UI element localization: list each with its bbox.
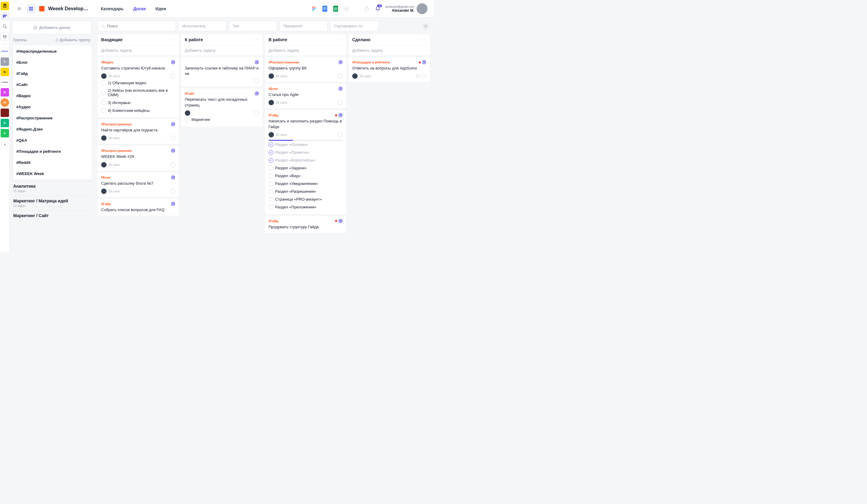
filter-type[interactable]: Тип: [229, 21, 277, 31]
board-settings-icon[interactable]: [421, 22, 430, 30]
column-title: К работе: [185, 37, 203, 42]
svg-point-15: [314, 8, 316, 10]
notifications-icon[interactable]: 13: [374, 5, 382, 12]
workspace-title[interactable]: Weeek Develop…: [48, 6, 88, 11]
svg-point-37: [101, 24, 104, 27]
sidebar-group-item[interactable]: #Нераспределенные: [12, 46, 92, 57]
tab-boards[interactable]: Доски: [130, 6, 149, 11]
subtask-item[interactable]: 4) Клиентские кейцйсы: [101, 107, 175, 114]
search-icon[interactable]: [1, 22, 9, 31]
sidebar-board-item[interactable]: Маркетинг / Матрица идей13 задач: [12, 196, 92, 210]
add-workspace-icon[interactable]: [1, 141, 8, 148]
archive-icon[interactable]: [1, 32, 9, 41]
tab-calendar[interactable]: Календарь: [98, 6, 127, 11]
subtask-item[interactable]: Раздел «Воркспейсы»: [268, 156, 343, 164]
search-input[interactable]: [107, 24, 172, 28]
add-group-button[interactable]: Добавить группу: [55, 38, 90, 42]
sidebar-group-item[interactable]: #Видео: [12, 90, 92, 101]
sidebar: Добавить доску Группы Добавить группу #Н…: [10, 18, 94, 252]
subtask-item[interactable]: 2) Кейсы (как использовать вик в СММ): [101, 87, 175, 99]
column-menu-icon[interactable]: ⋯: [255, 37, 259, 42]
task-card[interactable]: #ГайдСобрать список вопросов для FAQ: [98, 199, 179, 216]
subtask-item[interactable]: Раздел «Приложения»: [268, 203, 343, 211]
sidebar-group-item[interactable]: #Q&A: [12, 135, 92, 146]
app-logo[interactable]: [1, 2, 9, 10]
search-field[interactable]: [98, 21, 176, 31]
svg-point-13: [314, 7, 316, 8]
sidebar-group-item[interactable]: #Reddit: [12, 157, 92, 168]
subtask-item[interactable]: 1) Обучающие видео: [101, 79, 175, 87]
task-card[interactable]: #РаспространениеНайти партнёров для подк…: [98, 119, 179, 144]
sidebar-board-item[interactable]: Аналитика15 задач: [12, 181, 92, 196]
sidebar-board-item[interactable]: Маркетинг / Сайт: [12, 210, 92, 222]
left-rail: wEEEk КGs shapeМ86БD: [0, 0, 10, 252]
google-sheets-icon[interactable]: [332, 5, 339, 12]
workspace-badge[interactable]: G: [1, 68, 9, 76]
column-menu-icon[interactable]: ⋯: [172, 37, 175, 42]
workspace-badge[interactable]: [1, 109, 9, 117]
sidebar-group-item[interactable]: #Сайт: [12, 79, 92, 90]
add-board-button[interactable]: Добавить доску: [12, 21, 92, 34]
avatar: [417, 3, 427, 14]
sidebar-group-item[interactable]: #Гайд: [12, 68, 92, 79]
filters-bar: Исполнитель Тип Приоритет Сортировать по: [94, 18, 434, 34]
sidebar-group-item[interactable]: #Аудио: [12, 101, 92, 112]
column-menu-icon[interactable]: ⋯: [339, 37, 343, 42]
add-task-button[interactable]: Добавить задачу: [181, 45, 263, 55]
column-title: Сделано: [352, 37, 370, 42]
workspace-badge[interactable]: s shape: [1, 78, 9, 86]
task-card[interactable]: #РаспространениеWEEEK Week #2925 сент.: [98, 145, 179, 170]
subtask-item[interactable]: 3) Интервью: [101, 99, 175, 107]
column-menu-icon[interactable]: ⋯: [422, 37, 426, 42]
subtask-item[interactable]: Раздел «Проекты»: [268, 149, 343, 156]
add-task-button[interactable]: Добавить задачу: [265, 45, 346, 55]
menu-icon[interactable]: [16, 5, 23, 12]
user-menu[interactable]: somexprt@gmail.com Alexander M.: [385, 3, 427, 14]
sidebar-group-item[interactable]: #Площадки и рейтинги: [12, 146, 92, 157]
task-card[interactable]: Запихнуть ссылки в таблчику на ПИАР и на: [181, 57, 263, 87]
user-email: somexprt@gmail.com: [385, 5, 414, 8]
boards-icon[interactable]: [1, 12, 9, 20]
workspace-badge[interactable]: К: [1, 57, 9, 66]
google-docs-icon[interactable]: [321, 5, 329, 12]
kanban-column: Сделано⋯ Добавить задачу #Площадки и рей…: [349, 34, 430, 249]
subtask-item[interactable]: Страница «PRO-аккаунт»: [268, 196, 343, 203]
task-card[interactable]: #БлогСтатья про Agile25 сент.: [265, 84, 346, 108]
task-card[interactable]: #СайтПереписать текст для посадочных стр…: [181, 88, 263, 126]
workspace-badge[interactable]: М: [1, 88, 9, 97]
workspace-weeek[interactable]: wEEEk: [1, 47, 9, 56]
kanban-column: К работе⋯ Добавить задачу Запихнуть ссыл…: [181, 34, 263, 249]
sidebar-group-item[interactable]: #Распространение: [12, 112, 92, 124]
add-task-button[interactable]: Добавить задачу: [98, 45, 179, 55]
workspace-badge[interactable]: 86: [1, 98, 9, 107]
workspace-switcher-icon[interactable]: [26, 4, 35, 13]
workspace-badge[interactable]: Б: [1, 119, 9, 127]
task-card[interactable]: #Площадки и рейтингиОтветить на вопросы …: [349, 57, 430, 82]
subtask-item[interactable]: Раздел «Вид»: [268, 172, 343, 180]
task-card[interactable]: #ВидеоСоставить стратегию Ютуб-канала25 …: [98, 57, 179, 117]
filter-assignee[interactable]: Исполнитель: [178, 21, 226, 31]
subtask-item[interactable]: Раздел «Разрешения»: [268, 188, 343, 196]
sidebar-group-item[interactable]: #Яндекс.Дзен: [12, 124, 92, 135]
figma-icon[interactable]: [310, 5, 318, 12]
task-card[interactable]: #ГайдПродумать структуру Гайда: [265, 216, 346, 233]
kanban-column: В работе⋯ Добавить задачу #Распространен…: [265, 34, 346, 249]
task-card[interactable]: #ГайдНаписать и заполнить раздел Помощь …: [265, 110, 346, 214]
task-card[interactable]: #БлогСделать рассылку блога №725 сент.: [98, 172, 179, 197]
filter-sort[interactable]: Сортировать по: [330, 21, 378, 31]
filter-priority[interactable]: Приоритет: [279, 21, 328, 31]
timer-icon[interactable]: [363, 5, 371, 12]
tab-ideas[interactable]: Идеи: [152, 6, 169, 11]
subtask-item[interactable]: Раздел «Основы»: [268, 141, 343, 149]
add-integration-icon[interactable]: [343, 5, 350, 12]
task-card[interactable]: #РаспространениеОформить группу ВК25 сен…: [265, 57, 346, 82]
column-title: Входящие: [101, 37, 122, 42]
sidebar-group-item[interactable]: #Блог: [12, 57, 92, 68]
svg-point-16: [312, 10, 314, 11]
subtask-item[interactable]: Раздел «Задачи»: [268, 164, 343, 172]
subtask-item[interactable]: Маркетинг: [185, 116, 259, 124]
sidebar-group-item[interactable]: #WEEEK Week: [12, 168, 92, 179]
subtask-item[interactable]: Раздел «Уведомления»: [268, 180, 343, 188]
workspace-badge[interactable]: D: [1, 129, 9, 138]
add-task-button[interactable]: Добавить задачу: [349, 45, 430, 55]
